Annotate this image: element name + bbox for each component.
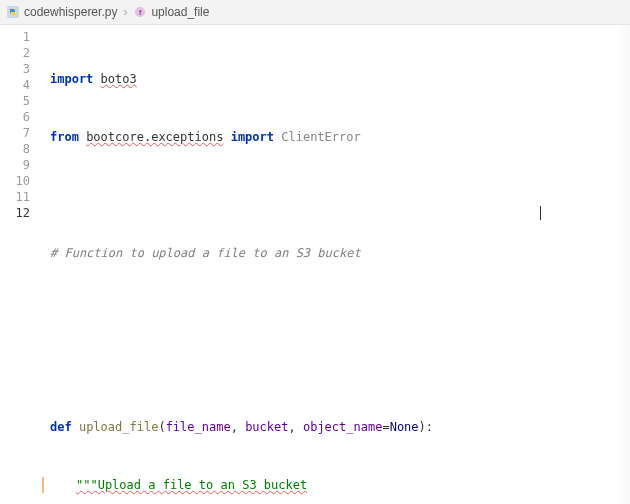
line-number: 8 — [0, 141, 40, 157]
code-editor[interactable]: 1 2 3 4 5 6 7 8 9 10 11 12 import boto3 … — [0, 25, 630, 504]
line-number: 9 — [0, 157, 40, 173]
line-gutter: 1 2 3 4 5 6 7 8 9 10 11 12 — [0, 25, 40, 504]
line-number: 7 — [0, 125, 40, 141]
breadcrumb-separator-icon: › — [123, 5, 127, 19]
line-number: 1 — [0, 29, 40, 45]
code-line: from bootcore.exceptions import ClientEr… — [40, 129, 616, 145]
line-number: 10 — [0, 173, 40, 189]
line-number: 11 — [0, 189, 40, 205]
code-line: # Function to upload a file to an S3 buc… — [40, 245, 616, 261]
function-icon: f — [133, 5, 147, 19]
breadcrumb-symbol[interactable]: upload_file — [151, 5, 209, 19]
line-number: 12 — [0, 205, 40, 221]
python-file-icon — [6, 5, 20, 19]
code-line: """Upload a file to an S3 bucket — [40, 477, 616, 493]
code-line — [40, 303, 616, 319]
editor-scroll-strip[interactable] — [616, 25, 630, 504]
code-line — [40, 361, 616, 377]
code-line — [40, 187, 616, 203]
line-number: 4 — [0, 77, 40, 93]
breadcrumb: codewhisperer.py › f upload_file — [0, 0, 630, 25]
line-number: 5 — [0, 93, 40, 109]
line-number: 2 — [0, 45, 40, 61]
text-cursor-icon — [540, 206, 541, 220]
line-number: 6 — [0, 109, 40, 125]
change-marker-icon — [42, 477, 44, 493]
line-number: 3 — [0, 61, 40, 77]
code-line: def upload_file(file_name, bucket, objec… — [40, 419, 616, 435]
breadcrumb-file[interactable]: codewhisperer.py — [24, 5, 117, 19]
code-content[interactable]: import boto3 from bootcore.exceptions im… — [40, 25, 616, 504]
code-line: import boto3 — [40, 71, 616, 87]
